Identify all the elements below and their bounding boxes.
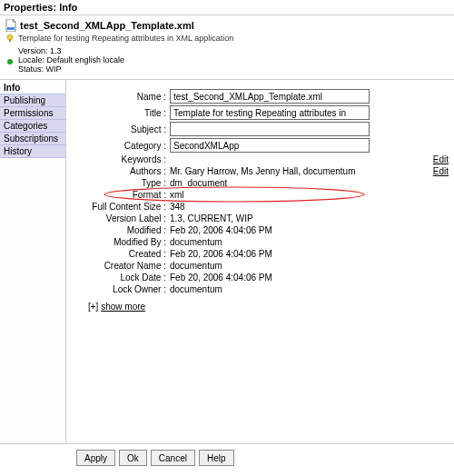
help-button[interactable]: Help: [199, 450, 234, 466]
header-filename: test_Second_XMLApp_Template.xml: [20, 20, 194, 31]
category-label: Category :: [74, 141, 166, 151]
svg-point-1: [7, 35, 13, 40]
full-content-size-label: Full Content Size :: [74, 202, 166, 212]
status-label: Status:: [18, 64, 44, 74]
modified-by-label: Modified By :: [74, 237, 166, 247]
keywords-edit-link[interactable]: Edit: [425, 154, 449, 164]
lock-date-label: Lock Date :: [74, 273, 166, 283]
svg-rect-0: [7, 27, 15, 30]
lock-date-value: Feb 20, 2006 4:04:06 PM: [170, 273, 421, 283]
main-panel: Name : Title : Subject : Category : Keyw…: [66, 80, 454, 443]
dialog-title: Properties: Info: [0, 0, 454, 15]
sidebar-tab-history[interactable]: History: [0, 144, 65, 158]
subject-field[interactable]: [170, 122, 370, 136]
lock-owner-label: Lock Owner :: [74, 284, 166, 294]
version-label-value: 1.3, CURRENT, WIP: [170, 213, 421, 223]
modified-value: Feb 20, 2006 4:04:06 PM: [170, 225, 421, 235]
sidebar: Info Publishing Permissions Categories S…: [0, 80, 66, 443]
name-label: Name :: [74, 92, 166, 102]
ok-button[interactable]: Ok: [119, 450, 147, 466]
locale-value: Default english locale: [47, 55, 125, 64]
xml-file-icon: [5, 19, 16, 32]
authors-label: Authors :: [74, 166, 166, 176]
show-more-prefix: [+]: [88, 302, 101, 312]
category-field[interactable]: [170, 138, 370, 153]
type-label: Type :: [74, 178, 166, 188]
format-label: Format :: [74, 190, 166, 200]
full-content-size-value: 348: [170, 202, 421, 212]
created-label: Created :: [74, 249, 166, 259]
footer: Apply Ok Cancel Help: [0, 443, 454, 466]
subject-label: Subject :: [74, 124, 166, 134]
status-value: WIP: [46, 64, 62, 74]
format-value: xml: [170, 190, 421, 200]
name-field[interactable]: [170, 89, 370, 104]
version-value: 1.3: [50, 46, 62, 55]
sidebar-tab-categories[interactable]: Categories: [0, 119, 65, 133]
header-description: Template for testing Repeating attribute…: [18, 34, 233, 43]
show-more-link[interactable]: show more: [101, 302, 145, 312]
version-label: Version:: [18, 46, 48, 55]
creator-name-label: Creator Name :: [74, 261, 166, 271]
version-label-label: Version Label :: [74, 213, 166, 223]
cancel-button[interactable]: Cancel: [151, 450, 195, 466]
locale-label: Locale:: [18, 55, 44, 64]
locale-indicator-icon: [7, 59, 13, 64]
created-value: Feb 20, 2006 4:04:06 PM: [170, 249, 421, 259]
lock-owner-value: documentum: [170, 284, 421, 294]
sidebar-tab-info[interactable]: Info: [0, 82, 65, 94]
keywords-label: Keywords :: [74, 154, 166, 164]
modified-by-value: documentum: [170, 237, 421, 247]
sidebar-tab-permissions[interactable]: Permissions: [0, 106, 65, 120]
creator-name-value: documentum: [170, 261, 421, 271]
apply-button[interactable]: Apply: [76, 450, 115, 466]
lightbulb-icon: [5, 34, 15, 43]
authors-value: Mr. Gary Harrow, Ms Jenny Hall, document…: [170, 166, 356, 176]
svg-rect-2: [9, 40, 11, 43]
sidebar-tab-subscriptions[interactable]: Subscriptions: [0, 132, 65, 145]
title-field[interactable]: [170, 105, 370, 120]
authors-edit-link[interactable]: Edit: [425, 166, 449, 176]
modified-label: Modified :: [74, 225, 166, 235]
header: test_Second_XMLApp_Template.xml Template…: [0, 15, 454, 80]
title-label: Title :: [74, 108, 166, 118]
type-value: dm_document: [170, 178, 421, 188]
sidebar-tab-publishing[interactable]: Publishing: [0, 94, 65, 107]
